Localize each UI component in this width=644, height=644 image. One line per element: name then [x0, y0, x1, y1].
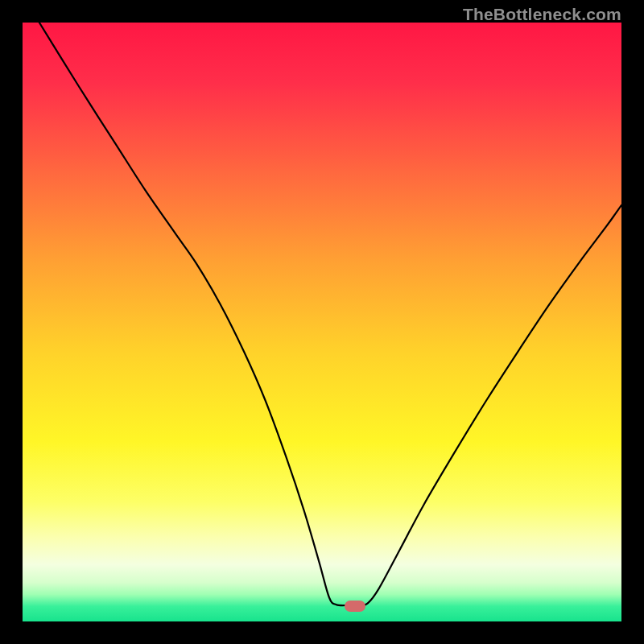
optimal-point-marker: [345, 601, 365, 612]
plot-frame: [23, 23, 621, 621]
gradient-background: [23, 23, 621, 621]
watermark-text: TheBottleneck.com: [463, 5, 621, 24]
bottleneck-chart: [23, 23, 621, 621]
